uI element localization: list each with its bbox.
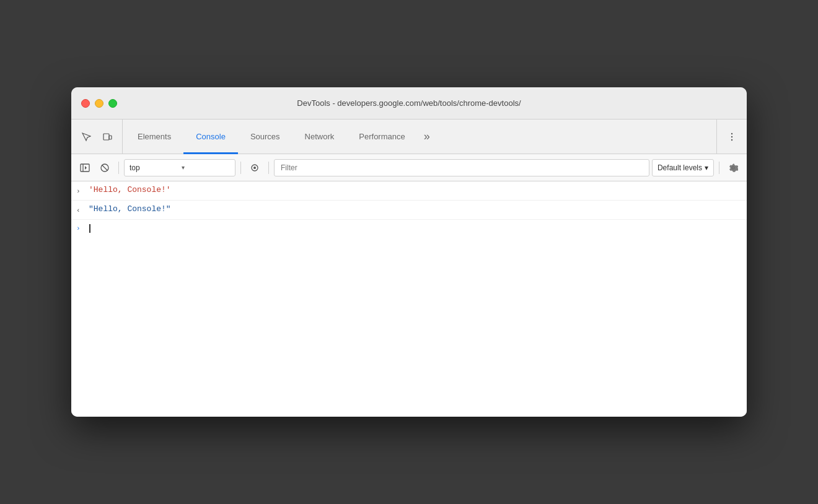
- svg-rect-1: [109, 136, 112, 139]
- tab-bar: Elements Console Sources Network Perform…: [71, 119, 747, 154]
- expand-arrow-1[interactable]: ›: [76, 184, 89, 198]
- console-output: › 'Hello, Console!' ‹ "Hello, Console!" …: [71, 181, 747, 417]
- text-cursor: [89, 224, 90, 233]
- device-toggle-icon[interactable]: [97, 127, 117, 147]
- title-bar: DevTools - developers.google.com/web/too…: [71, 87, 747, 119]
- filter-input[interactable]: [274, 159, 649, 176]
- inspect-icon[interactable]: [76, 127, 96, 147]
- customize-devtools-icon[interactable]: [722, 127, 742, 147]
- more-tabs-button[interactable]: »: [418, 119, 436, 154]
- tab-performance[interactable]: Performance: [346, 120, 417, 154]
- tab-network[interactable]: Network: [292, 120, 347, 154]
- svg-rect-0: [103, 134, 109, 140]
- console-toolbar: top ▾ Default levels ▾: [71, 154, 747, 181]
- window-title: DevTools - developers.google.com/web/too…: [297, 98, 521, 108]
- console-output-1: 'Hello, Console!': [89, 184, 742, 196]
- traffic-lights: [81, 99, 117, 108]
- svg-point-11: [253, 167, 256, 169]
- tab-elements[interactable]: Elements: [125, 120, 183, 154]
- return-arrow-2: ‹: [76, 203, 89, 217]
- console-output-2: "Hello, Console!": [89, 203, 742, 215]
- preserve-log-icon[interactable]: [246, 159, 263, 176]
- devtools-window: DevTools - developers.google.com/web/too…: [71, 87, 747, 417]
- input-prompt-icon: ›: [76, 225, 89, 232]
- clear-console-icon[interactable]: [96, 159, 113, 176]
- settings-icon[interactable]: [724, 159, 742, 176]
- tab-console[interactable]: Console: [183, 120, 238, 154]
- console-input-line[interactable]: ›: [71, 220, 747, 237]
- levels-arrow-icon: ▾: [705, 163, 708, 172]
- console-line-1: › 'Hello, Console!': [71, 181, 747, 201]
- svg-point-4: [731, 139, 732, 140]
- toolbar-divider-2: [240, 162, 241, 174]
- tab-sources[interactable]: Sources: [238, 120, 292, 154]
- svg-point-2: [731, 133, 732, 134]
- tab-list: Elements Console Sources Network Perform…: [125, 119, 716, 154]
- context-selector[interactable]: top ▾: [124, 159, 235, 176]
- minimize-button[interactable]: [95, 99, 103, 108]
- svg-line-9: [102, 165, 108, 170]
- svg-marker-7: [85, 166, 87, 170]
- toolbar-divider-4: [719, 162, 719, 174]
- toolbar-divider-1: [118, 162, 119, 174]
- maximize-button[interactable]: [108, 99, 117, 108]
- svg-point-3: [731, 136, 732, 137]
- toolbar-divider-3: [268, 162, 269, 174]
- tab-bar-right-actions: [716, 119, 742, 154]
- close-button[interactable]: [81, 99, 90, 108]
- console-line-2: ‹ "Hello, Console!": [71, 201, 747, 220]
- context-dropdown-arrow: ▾: [182, 164, 230, 171]
- devtools-icons: [76, 119, 123, 154]
- show-sidebar-icon[interactable]: [76, 159, 94, 176]
- log-levels-button[interactable]: Default levels ▾: [652, 159, 714, 176]
